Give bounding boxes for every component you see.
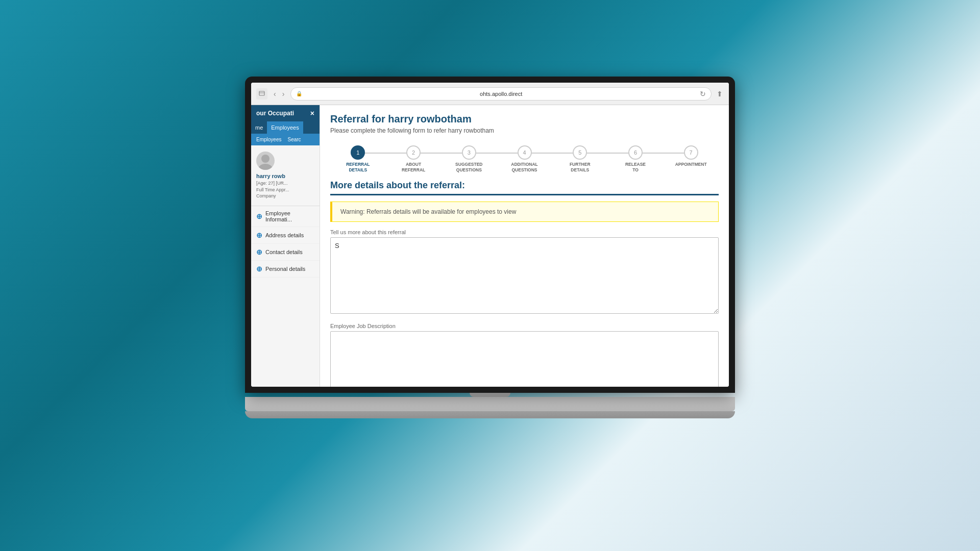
step-circle-1[interactable]: 1 [351,145,365,160]
nav-arrows: ‹ › [272,89,286,99]
job-description-textarea[interactable] [330,331,719,387]
step-5: 5 FURTHERDETAILS [552,145,608,173]
menu-item-label-2: Address details [265,232,304,238]
sidebar-menu-personal[interactable]: ⊕ Personal details [251,261,320,278]
expand-icon-2: ⊕ [256,231,262,239]
sidebar-nav-employees[interactable]: Employees [267,121,303,134]
step-label-1: REFERRALDETAILS [346,162,370,173]
share-button[interactable]: ⬆ [716,89,724,99]
step-7: 7 APPOINTMENT [663,145,719,167]
step-label-6: RELEASETO [625,162,646,173]
step-label-4: ADDITIONALQUESTIONS [511,162,537,173]
screen-bezel: ‹ › 🔒 ohts.apollo.direct ↻ ⬆ our Occupat… [245,77,735,393]
page-header: Referral for harry rowbotham Please comp… [320,105,729,139]
job-desc-label: Employee Job Description [330,323,719,329]
step-circle-5[interactable]: 5 [573,145,587,160]
referral-field-label: Tell us more about this referral [330,229,719,235]
step-label-5: FURTHERDETAILS [570,162,591,173]
page-title: Referral for harry rowbotham [330,113,719,125]
section-title: More details about the referral: [330,180,719,195]
svg-point-2 [261,155,270,163]
menu-item-label-4: Personal details [265,266,305,272]
expand-icon-3: ⊕ [256,248,262,256]
forward-arrow[interactable]: › [280,89,287,99]
reload-button[interactable]: ↻ [700,90,706,98]
sidebar-title: our Occupati × [251,105,320,121]
app-layout: our Occupati × me Employees Employees Se [251,105,729,387]
expand-icon-1: ⊕ [256,212,262,220]
page-subtitle: Please complete the following form to re… [330,127,719,134]
main-content: Referral for harry rowbotham Please comp… [320,105,729,387]
user-name: harry rowb [256,173,285,179]
step-2: 2 ABOUTREFERRAL [386,145,442,173]
step-4: 4 ADDITIONALQUESTIONS [497,145,552,173]
svg-point-3 [258,164,273,170]
menu-item-label-3: Contact details [265,249,303,255]
sidebar-sub-search[interactable]: Searc [285,136,303,143]
sidebar-title-text: our Occupati [256,110,294,117]
step-circle-6[interactable]: 6 [628,145,643,160]
referral-details-field: Tell us more about this referral S [330,229,719,316]
laptop-base [245,397,735,411]
sidebar: our Occupati × me Employees Employees Se [251,105,320,387]
step-label-3: SUGGESTEDQUESTIONS [455,162,482,173]
step-circle-4[interactable]: 4 [518,145,532,160]
address-bar[interactable]: 🔒 ohts.apollo.direct ↻ [290,87,712,101]
back-arrow[interactable]: ‹ [272,89,278,99]
user-card: harry rowb [Age: 27] [UR...Full Time App… [251,145,320,206]
menu-item-label-1: Employee Informati... [265,210,314,222]
step-6: 6 RELEASETO [608,145,664,173]
sidebar-menu: ⊕ Employee Informati... ⊕ Address detail… [251,206,320,278]
sidebar-sub-employees[interactable]: Employees [254,136,283,143]
stepper: 1 REFERRALDETAILS 2 ABOUTREFERRAL 3 SUGG… [320,139,729,175]
step-circle-3[interactable]: 3 [462,145,476,160]
job-description-field: Employee Job Description [330,323,719,387]
browser-chrome: ‹ › 🔒 ohts.apollo.direct ↻ ⬆ [251,83,729,105]
sidebar-close-button[interactable]: × [310,109,314,117]
lock-icon: 🔒 [296,91,302,96]
sidebar-menu-contact[interactable]: ⊕ Contact details [251,244,320,261]
laptop-container: ‹ › 🔒 ohts.apollo.direct ↻ ⬆ our Occupat… [245,77,735,474]
user-avatar [256,152,275,170]
url-text: ohts.apollo.direct [305,91,697,97]
step-1: 1 REFERRALDETAILS [330,145,386,173]
svg-rect-0 [259,91,264,95]
warning-box: Warning: Referrals details will be avail… [330,202,719,222]
sidebar-menu-employee-info[interactable]: ⊕ Employee Informati... [251,206,320,227]
sidebar-sub-nav: Employees Searc [251,134,320,145]
laptop-foot [245,411,735,418]
expand-icon-4: ⊕ [256,265,262,273]
sidebar-menu-address[interactable]: ⊕ Address details [251,227,320,244]
step-label-2: ABOUTREFERRAL [402,162,425,173]
step-3: 3 SUGGESTEDQUESTIONS [441,145,497,173]
sidebar-nav: me Employees [251,121,320,134]
laptop-screen: ‹ › 🔒 ohts.apollo.direct ↻ ⬆ our Occupat… [251,83,729,387]
tab-icon [256,88,267,99]
sidebar-nav-home[interactable]: me [251,121,267,134]
warning-text: Warning: Referrals details will be avail… [340,208,516,215]
step-circle-2[interactable]: 2 [406,145,421,160]
step-label-7: APPOINTMENT [675,162,707,167]
browser-controls [256,88,267,99]
laptop-notch [470,393,510,397]
user-info: [Age: 27] [UR...Full Time Appr...Company [256,180,289,199]
referral-details-textarea[interactable]: S [330,237,719,314]
form-section: More details about the referral: Warning… [320,175,729,387]
step-circle-7[interactable]: 7 [684,145,698,160]
